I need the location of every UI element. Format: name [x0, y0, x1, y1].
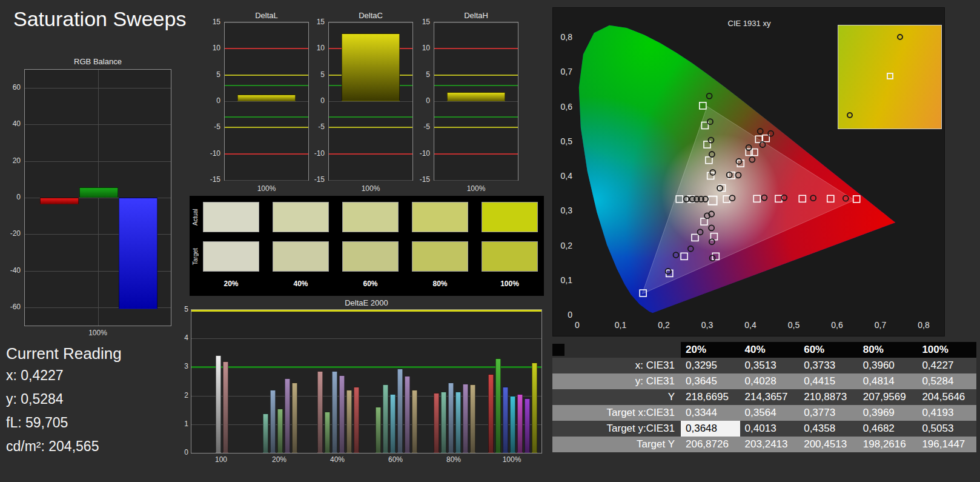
- deltae-bar: [517, 394, 523, 453]
- y-tick-label: -5: [414, 122, 430, 131]
- app-root: Saturation Sweeps RGB Balance 6040200-20…: [0, 0, 980, 482]
- table-cell[interactable]: 0,4682: [858, 421, 918, 437]
- table-cell[interactable]: 0,5284: [917, 373, 976, 389]
- deltae-bar: [495, 358, 501, 453]
- deltae-bar: [463, 384, 468, 453]
- table-header-row: 20%40%60%80%100%: [552, 342, 976, 358]
- table-row: y: CIE310,36450,40280,44150,48140,5284: [552, 373, 976, 389]
- table-row: Target Y206,8726203,2413200,4513198,2616…: [552, 437, 976, 452]
- rgb-balance-plot: [24, 69, 171, 326]
- table-cell[interactable]: 200,4513: [799, 437, 858, 452]
- y-axis: 151050-5-10-15: [416, 22, 431, 181]
- table-cell[interactable]: 0,4227: [917, 358, 976, 373]
- current-reading-heading: Current Reading: [6, 344, 122, 363]
- deltae-bar: [317, 371, 323, 453]
- deltae-bar: [216, 355, 221, 453]
- gridline: [434, 22, 518, 23]
- y-tick-label: 1: [170, 420, 188, 428]
- gridline: [329, 180, 412, 181]
- chart-title: DeltaC: [328, 11, 413, 20]
- table-cell[interactable]: 204,5646: [917, 389, 976, 405]
- table-cell[interactable]: 207,9569: [858, 389, 918, 405]
- y-tick-label: 20: [0, 156, 21, 165]
- table-cell[interactable]: 203,2413: [740, 437, 800, 452]
- deltae-bar: [441, 392, 446, 453]
- table-cell[interactable]: 214,3657: [740, 389, 800, 405]
- table-cell[interactable]: 0,4358: [799, 421, 858, 437]
- table-cell[interactable]: 0,4814: [858, 373, 918, 389]
- bar-group: [426, 310, 482, 453]
- table-cell[interactable]: 0,3344: [681, 405, 740, 421]
- table-cell[interactable]: 206,8726: [681, 437, 740, 452]
- target-swatch: [412, 241, 468, 272]
- reference-line: [434, 48, 518, 49]
- y-tick-label: 5: [309, 70, 325, 79]
- delta-bar: [342, 33, 400, 101]
- table-cell[interactable]: 0,5053: [917, 421, 976, 437]
- table-cell[interactable]: 0,3733: [799, 358, 858, 373]
- deltae-bar: [488, 374, 494, 453]
- row-label: x: CIE31: [552, 358, 681, 373]
- x-tick-label: 0,8: [918, 320, 930, 330]
- table-cell[interactable]: 0,3648: [681, 421, 740, 437]
- y-tick-label: -5: [205, 122, 220, 131]
- delta-chart-deltah: DeltaH151050-5-10-15100%: [416, 11, 520, 193]
- y-tick-label: 0,8: [561, 32, 573, 42]
- y-tick-label: -60: [0, 303, 21, 311]
- table-cell[interactable]: 0,3969: [858, 405, 918, 421]
- corner-square: [552, 344, 564, 356]
- table-cell[interactable]: 0,4028: [740, 373, 800, 389]
- table-cell[interactable]: 0,3645: [681, 373, 740, 389]
- x-tick-label: 0,7: [875, 320, 887, 330]
- table-cell[interactable]: 0,3564: [740, 405, 800, 421]
- delta-bar: [237, 95, 296, 101]
- swatch-row-label-target: Target: [192, 241, 199, 272]
- row-label: Target y:CIE31: [552, 421, 681, 437]
- table-cell[interactable]: 0,3773: [799, 405, 858, 421]
- table-cell[interactable]: 218,6695: [681, 389, 740, 405]
- deltae-bar: [503, 387, 508, 453]
- reference-line: [434, 85, 518, 86]
- y-tick-label: 15: [414, 18, 430, 26]
- bar-group: [485, 310, 540, 453]
- table-cell[interactable]: 0,4415: [799, 373, 858, 389]
- inset-square-marker: [887, 73, 893, 79]
- table-cell[interactable]: 198,2616: [858, 437, 918, 452]
- table-cell[interactable]: 0,3295: [681, 358, 740, 373]
- y-tick-label: 3: [170, 362, 188, 370]
- reference-line: [329, 116, 412, 118]
- delta-bar: [447, 92, 505, 101]
- swatch-column-label: 100%: [482, 279, 538, 288]
- y-tick-label: 0: [170, 448, 188, 457]
- y-axis: 151050-5-10-15: [310, 22, 326, 181]
- reading-y-value: 0,5284: [21, 391, 63, 407]
- x-axis-label: 100%: [328, 184, 413, 193]
- deltae-plot: [191, 309, 542, 454]
- table-cell[interactable]: 0,4193: [917, 405, 976, 421]
- x-tick-label: 0,1: [615, 320, 627, 330]
- deltae-title: DeltaE 2000: [191, 298, 542, 307]
- table-corner-cell: [552, 342, 681, 358]
- cie-panel: CIE 1931 xy 00,10,20,30,40,50,60,70,800,…: [552, 7, 945, 336]
- target-swatch: [482, 241, 538, 272]
- target-swatch: [273, 241, 329, 272]
- cie-x-ticks: 00,10,20,30,40,50,60,70,8: [575, 320, 930, 330]
- table-cell[interactable]: 196,1447: [917, 437, 976, 452]
- y-tick-label: -20: [0, 229, 21, 238]
- y-tick-label: 0,7: [561, 67, 573, 76]
- actual-swatch: [412, 202, 468, 232]
- reading-y: y: 0,5284: [6, 391, 64, 407]
- y-tick-label: -10: [205, 149, 220, 158]
- y-tick-label: 15: [205, 18, 220, 26]
- table-cell[interactable]: 210,8873: [799, 389, 858, 405]
- deltae-bar: [339, 375, 345, 453]
- table-cell[interactable]: 0,3513: [740, 358, 800, 373]
- deltae-bar: [390, 394, 396, 453]
- table-row: Target x:CIE310,33440,35640,37730,39690,…: [552, 405, 976, 421]
- x-tick-label: 0,4: [744, 320, 757, 330]
- column-header: 80%: [858, 342, 918, 358]
- rgb-bar-green: [79, 187, 118, 198]
- table-cell[interactable]: 0,4013: [740, 421, 800, 437]
- table-cell[interactable]: 0,3960: [858, 358, 918, 373]
- center-gridline: [98, 70, 99, 326]
